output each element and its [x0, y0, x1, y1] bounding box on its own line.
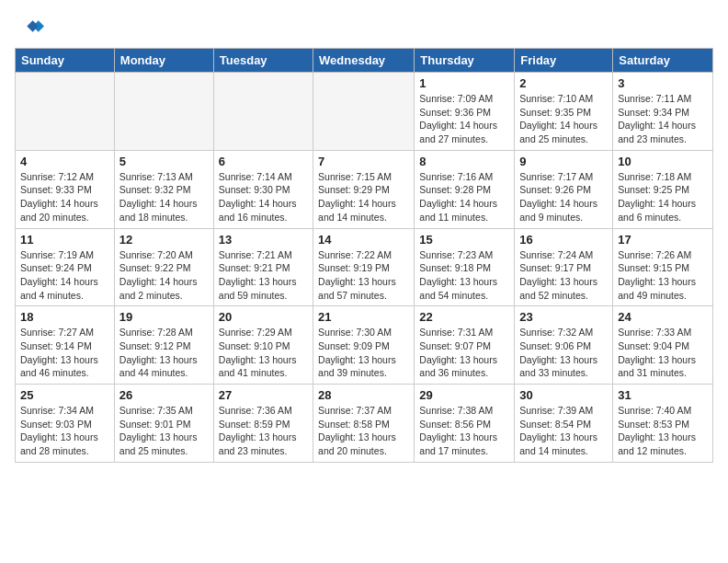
day-number: 24: [618, 310, 708, 324]
day-info: Sunrise: 7:15 AM Sunset: 9:29 PM Dayligh…: [318, 170, 409, 224]
calendar-header-row: SundayMondayTuesdayWednesdayThursdayFrid…: [16, 49, 713, 73]
day-info: Sunrise: 7:21 AM Sunset: 9:21 PM Dayligh…: [219, 248, 308, 303]
calendar-week-row: 18Sunrise: 7:27 AM Sunset: 9:14 PM Dayli…: [16, 306, 713, 385]
day-number: 31: [618, 388, 708, 402]
day-number: 12: [119, 233, 209, 247]
calendar-cell: 28Sunrise: 7:37 AM Sunset: 8:58 PM Dayli…: [313, 385, 415, 463]
day-number: 28: [318, 388, 409, 402]
day-info: Sunrise: 7:19 AM Sunset: 9:24 PM Dayligh…: [20, 248, 109, 303]
day-number: 4: [20, 155, 109, 168]
day-info: Sunrise: 7:27 AM Sunset: 9:14 PM Dayligh…: [20, 326, 109, 380]
day-number: 1: [419, 76, 509, 90]
day-info: Sunrise: 7:30 AM Sunset: 9:09 PM Dayligh…: [318, 326, 409, 380]
calendar-week-row: 4Sunrise: 7:12 AM Sunset: 9:33 PM Daylig…: [16, 150, 713, 228]
calendar-cell: 2Sunrise: 7:10 AM Sunset: 9:35 PM Daylig…: [515, 73, 613, 151]
weekday-header: Saturday: [613, 49, 713, 73]
day-info: Sunrise: 7:39 AM Sunset: 8:54 PM Dayligh…: [519, 404, 608, 458]
day-number: 17: [618, 233, 708, 247]
day-number: 27: [219, 388, 308, 402]
weekday-header: Tuesday: [213, 49, 313, 73]
calendar-cell: 24Sunrise: 7:33 AM Sunset: 9:04 PM Dayli…: [613, 306, 713, 385]
day-info: Sunrise: 7:26 AM Sunset: 9:15 PM Dayligh…: [618, 248, 708, 303]
day-info: Sunrise: 7:24 AM Sunset: 9:17 PM Dayligh…: [519, 248, 608, 303]
day-info: Sunrise: 7:16 AM Sunset: 9:28 PM Dayligh…: [419, 170, 509, 224]
calendar-cell: 10Sunrise: 7:18 AM Sunset: 9:25 PM Dayli…: [613, 150, 713, 228]
calendar-cell: 3Sunrise: 7:11 AM Sunset: 9:34 PM Daylig…: [613, 73, 713, 151]
day-number: 6: [219, 155, 308, 168]
calendar-cell: 27Sunrise: 7:36 AM Sunset: 8:59 PM Dayli…: [213, 385, 313, 463]
calendar-cell: 7Sunrise: 7:15 AM Sunset: 9:29 PM Daylig…: [313, 150, 415, 228]
day-info: Sunrise: 7:36 AM Sunset: 8:59 PM Dayligh…: [219, 404, 308, 458]
weekday-header: Wednesday: [313, 49, 415, 73]
day-info: Sunrise: 7:23 AM Sunset: 9:18 PM Dayligh…: [419, 248, 509, 303]
day-info: Sunrise: 7:09 AM Sunset: 9:36 PM Dayligh…: [419, 92, 509, 146]
calendar-week-row: 11Sunrise: 7:19 AM Sunset: 9:24 PM Dayli…: [16, 228, 713, 306]
weekday-header: Friday: [515, 49, 613, 73]
day-number: 16: [519, 233, 608, 247]
day-info: Sunrise: 7:17 AM Sunset: 9:26 PM Dayligh…: [519, 170, 608, 224]
calendar-cell: 20Sunrise: 7:29 AM Sunset: 9:10 PM Dayli…: [213, 306, 313, 385]
day-number: 15: [419, 233, 509, 247]
calendar-cell: 29Sunrise: 7:38 AM Sunset: 8:56 PM Dayli…: [415, 385, 515, 463]
day-number: 9: [519, 155, 608, 168]
calendar-cell: 11Sunrise: 7:19 AM Sunset: 9:24 PM Dayli…: [16, 228, 115, 306]
weekday-header: Monday: [114, 49, 213, 73]
calendar-cell: [16, 73, 115, 151]
day-number: 11: [20, 233, 109, 247]
calendar-cell: 23Sunrise: 7:32 AM Sunset: 9:06 PM Dayli…: [515, 306, 613, 385]
weekday-header: Thursday: [415, 49, 515, 73]
day-number: 2: [519, 76, 608, 90]
calendar-week-row: 1Sunrise: 7:09 AM Sunset: 9:36 PM Daylig…: [16, 73, 713, 151]
day-info: Sunrise: 7:35 AM Sunset: 9:01 PM Dayligh…: [119, 404, 209, 458]
calendar-cell: 8Sunrise: 7:16 AM Sunset: 9:28 PM Daylig…: [415, 150, 515, 228]
day-number: 25: [20, 388, 109, 402]
calendar-cell: 22Sunrise: 7:31 AM Sunset: 9:07 PM Dayli…: [415, 306, 515, 385]
calendar-cell: 13Sunrise: 7:21 AM Sunset: 9:21 PM Dayli…: [213, 228, 313, 306]
day-info: Sunrise: 7:37 AM Sunset: 8:58 PM Dayligh…: [318, 404, 409, 458]
day-number: 10: [618, 155, 708, 168]
day-number: 5: [119, 155, 209, 168]
day-number: 3: [618, 76, 708, 90]
day-number: 13: [219, 233, 308, 247]
day-number: 18: [20, 310, 109, 324]
day-info: Sunrise: 7:31 AM Sunset: 9:07 PM Dayligh…: [419, 326, 509, 380]
calendar-week-row: 25Sunrise: 7:34 AM Sunset: 9:03 PM Dayli…: [16, 385, 713, 463]
day-info: Sunrise: 7:34 AM Sunset: 9:03 PM Dayligh…: [20, 404, 109, 458]
calendar-cell: 19Sunrise: 7:28 AM Sunset: 9:12 PM Dayli…: [114, 306, 213, 385]
day-info: Sunrise: 7:29 AM Sunset: 9:10 PM Dayligh…: [219, 326, 308, 380]
calendar-cell: 15Sunrise: 7:23 AM Sunset: 9:18 PM Dayli…: [415, 228, 515, 306]
day-info: Sunrise: 7:13 AM Sunset: 9:32 PM Dayligh…: [119, 170, 209, 224]
logo-icon: [18, 15, 44, 40]
calendar-cell: 25Sunrise: 7:34 AM Sunset: 9:03 PM Dayli…: [16, 385, 115, 463]
calendar-cell: [313, 73, 415, 151]
day-number: 20: [219, 310, 308, 324]
day-info: Sunrise: 7:22 AM Sunset: 9:19 PM Dayligh…: [318, 248, 409, 303]
day-number: 26: [119, 388, 209, 402]
day-info: Sunrise: 7:32 AM Sunset: 9:06 PM Dayligh…: [519, 326, 608, 380]
calendar-cell: 16Sunrise: 7:24 AM Sunset: 9:17 PM Dayli…: [515, 228, 613, 306]
page-header: [0, 0, 728, 48]
calendar-cell: 12Sunrise: 7:20 AM Sunset: 9:22 PM Dayli…: [114, 228, 213, 306]
day-number: 7: [318, 155, 409, 168]
day-number: 23: [519, 310, 608, 324]
day-info: Sunrise: 7:38 AM Sunset: 8:56 PM Dayligh…: [419, 404, 509, 458]
calendar-cell: 4Sunrise: 7:12 AM Sunset: 9:33 PM Daylig…: [16, 150, 115, 228]
day-number: 8: [419, 155, 509, 168]
weekday-header: Sunday: [16, 49, 115, 73]
calendar-cell: 30Sunrise: 7:39 AM Sunset: 8:54 PM Dayli…: [515, 385, 613, 463]
day-info: Sunrise: 7:28 AM Sunset: 9:12 PM Dayligh…: [119, 326, 209, 380]
day-number: 19: [119, 310, 209, 324]
day-info: Sunrise: 7:14 AM Sunset: 9:30 PM Dayligh…: [219, 170, 308, 224]
calendar-cell: 26Sunrise: 7:35 AM Sunset: 9:01 PM Dayli…: [114, 385, 213, 463]
day-number: 21: [318, 310, 409, 324]
calendar-cell: 5Sunrise: 7:13 AM Sunset: 9:32 PM Daylig…: [114, 150, 213, 228]
calendar-cell: 18Sunrise: 7:27 AM Sunset: 9:14 PM Dayli…: [16, 306, 115, 385]
calendar-table: SundayMondayTuesdayWednesdayThursdayFrid…: [15, 48, 713, 463]
calendar-cell: 31Sunrise: 7:40 AM Sunset: 8:53 PM Dayli…: [613, 385, 713, 463]
day-info: Sunrise: 7:10 AM Sunset: 9:35 PM Dayligh…: [519, 92, 608, 146]
calendar-cell: 17Sunrise: 7:26 AM Sunset: 9:15 PM Dayli…: [613, 228, 713, 306]
day-info: Sunrise: 7:33 AM Sunset: 9:04 PM Dayligh…: [618, 326, 708, 380]
day-info: Sunrise: 7:12 AM Sunset: 9:33 PM Dayligh…: [20, 170, 109, 224]
day-info: Sunrise: 7:20 AM Sunset: 9:22 PM Dayligh…: [119, 248, 209, 303]
calendar-cell: 1Sunrise: 7:09 AM Sunset: 9:36 PM Daylig…: [415, 73, 515, 151]
